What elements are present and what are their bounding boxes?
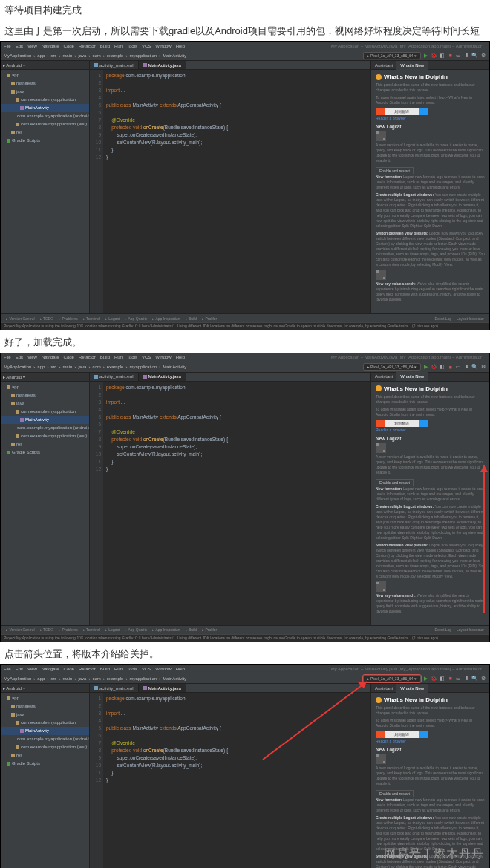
search-icon[interactable]: 🔍 [471,675,478,682]
tree-node[interactable]: com.example.myapplication (androidTest) [1,735,89,743]
tool-window-tab[interactable]: ▸ Version Control [4,316,37,321]
menu-item[interactable]: VCS [142,355,151,359]
breadcrumb-seg[interactable]: java [78,676,86,681]
breadcrumb-seg[interactable]: java [78,365,86,369]
menu-item[interactable]: Help [176,667,185,671]
read-browser-link[interactable]: Read in a browser [376,428,485,433]
settings-icon[interactable]: ⚙ [480,364,486,371]
menu-item[interactable]: Navigate [42,667,59,671]
breadcrumb-seg[interactable]: app [37,53,45,58]
menu-item[interactable]: Code [64,667,74,671]
tree-node[interactable]: app [1,694,89,702]
menu-item[interactable]: Run [114,667,122,671]
menu-item[interactable]: Navigate [42,44,59,48]
editor-tab[interactable]: MainActivity.java [139,61,186,69]
run-icon[interactable]: ▶ [422,364,429,371]
panel-tab-whatsnew[interactable]: What's New [396,372,428,381]
tool-window-tab[interactable]: Layout Inspector [454,316,486,321]
enable-restart-button[interactable]: Enable and restart [376,479,414,486]
tree-node[interactable]: com.example.myapplication (androidTest) [1,424,89,432]
sdk-icon[interactable]: ⬇ [463,675,470,682]
source[interactable]: package com.example.myapplication; impor… [103,382,370,625]
tool-window-tab[interactable]: ▸ Version Control [4,627,37,632]
tool-window-tab[interactable]: ▸ Profiler [200,316,219,321]
avd-icon[interactable]: ▭ [455,364,462,371]
tool-window-tab[interactable]: ▸ Logcat [103,627,122,632]
tree-node[interactable]: res [1,440,89,448]
menu-item[interactable]: Edit [16,667,23,671]
menu-item[interactable]: File [4,355,11,359]
run-config-selector[interactable]: ▸ Pixel_3a_API_33_x86_64 ▾ [363,675,421,682]
menu-item[interactable]: Code [64,44,74,48]
menu-item[interactable]: VCS [142,667,151,671]
breadcrumb-seg[interactable]: com [92,53,100,58]
project-view-selector[interactable]: ▸ Android ▾ [1,61,89,70]
breadcrumb-seg[interactable]: app [37,676,45,681]
code-area[interactable]: 123456789101112 package com.example.myap… [90,693,370,868]
read-browser-link[interactable]: Read in a browser [376,116,485,121]
menu-item[interactable]: Refactor [79,44,96,48]
menu-item[interactable]: Navigate [42,355,59,359]
breadcrumb-seg[interactable]: src [50,365,56,369]
tool-window-tab[interactable]: ▸ Problems [56,627,80,632]
tool-window-tab[interactable]: ▸ Build [183,316,200,321]
tree-node[interactable]: res [1,128,89,137]
menu-item[interactable]: View [27,667,37,671]
tree-node[interactable]: Gradle Scripts [1,137,89,145]
breadcrumb-seg[interactable]: example [107,676,124,681]
profiler-icon[interactable]: ◧ [439,52,445,59]
tree-node[interactable]: com.example.myapplication [1,408,89,416]
editor-tab[interactable]: MainActivity.java [139,684,186,692]
stop-icon[interactable]: ■ [447,675,454,682]
run-icon[interactable]: ▶ [422,52,429,59]
breadcrumb-seg[interactable]: com [92,676,100,681]
breadcrumb-seg[interactable]: MyApplication [4,365,31,369]
source[interactable]: package com.example.myapplication; impor… [103,70,370,313]
menu-item[interactable]: Build [100,44,110,48]
editor-tab[interactable]: activity_main.xml [90,684,139,692]
breadcrumb-seg[interactable]: MyApplication [4,676,31,681]
breadcrumb-seg[interactable]: MainActivity [163,676,186,681]
profiler-icon[interactable]: ◧ [439,675,445,682]
tree-node[interactable]: com.example.myapplication [1,96,89,104]
tree-node[interactable]: res [1,751,89,760]
breadcrumb-seg[interactable]: main [62,676,72,681]
sdk-icon[interactable]: ⬇ [463,364,470,371]
project-view-selector[interactable]: ▸ Android ▾ [1,684,89,693]
breadcrumb-seg[interactable]: myapplication [129,53,157,58]
breadcrumb-seg[interactable]: MyApplication [4,53,31,58]
tool-window-tab[interactable]: ▸ Build [183,627,200,632]
tool-window-tab[interactable]: ▸ App Inspection [150,316,182,321]
breadcrumb-seg[interactable]: main [62,53,72,58]
breadcrumb-seg[interactable]: example [107,365,124,369]
tree-node[interactable]: manifests [1,391,89,399]
editor-tab[interactable]: activity_main.xml [90,373,139,381]
menu-item[interactable]: Run [114,355,122,359]
tool-window-tab[interactable]: ▸ Profiler [200,627,219,632]
tool-window-tab[interactable]: ▸ App Quality [122,627,149,632]
editor-tab[interactable]: activity_main.xml [90,61,139,69]
tree-node[interactable]: java [1,399,89,408]
breadcrumb-seg[interactable]: example [107,53,124,58]
stop-icon[interactable]: ■ [447,52,454,59]
tool-window-tab[interactable]: ▸ TODO [38,316,56,321]
tree-node[interactable]: com.example.myapplication [1,719,89,727]
tool-window-tab[interactable]: Event Log [433,627,454,632]
tree-node[interactable]: com.example.myapplication (test) [1,120,89,128]
menu-item[interactable]: Edit [16,355,23,359]
tool-window-tab[interactable]: ▸ Logcat [103,316,122,321]
menu-item[interactable]: View [27,355,37,359]
avd-icon[interactable]: ▭ [455,52,462,59]
menu-item[interactable]: Refactor [79,355,96,359]
panel-tab-whatsnew[interactable]: What's New [396,684,428,693]
menu-item[interactable]: Tools [127,44,137,48]
tool-window-tab[interactable]: ▸ TODO [38,627,56,632]
menu-item[interactable]: File [4,44,11,48]
tool-window-tab[interactable]: ▸ Terminal [81,627,102,632]
menu-item[interactable]: Help [176,44,185,48]
tree-node[interactable]: manifests [1,79,89,88]
search-icon[interactable]: 🔍 [471,364,478,371]
avd-icon[interactable]: ▭ [455,675,462,682]
code-area[interactable]: 123456789101112 package com.example.myap… [90,382,370,625]
debug-icon[interactable]: 🐞 [431,52,437,59]
